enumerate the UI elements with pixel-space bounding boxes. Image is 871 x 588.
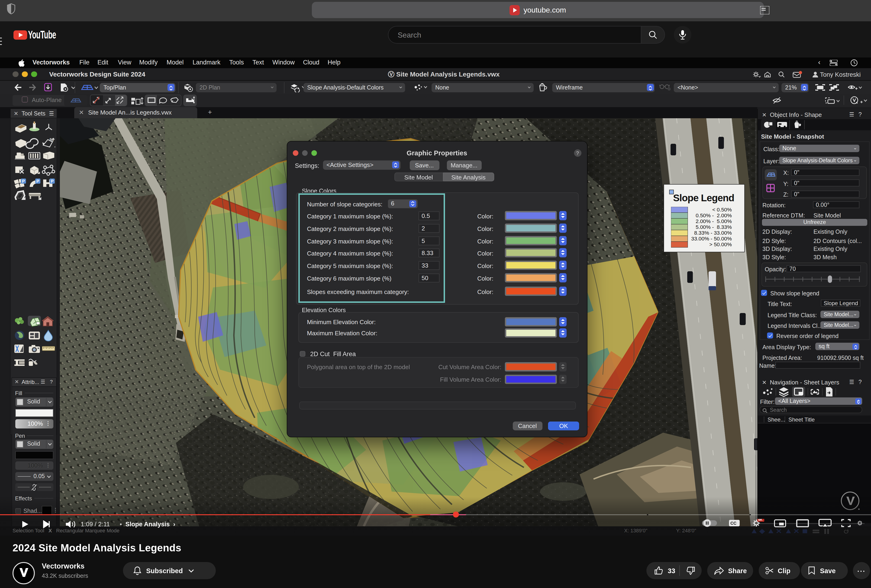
svg-text:5.00% - 8.33%: 5.00% - 8.33% [695,224,732,230]
svg-text:P: P [51,179,53,184]
svg-text:0.50% - 2.00%: 0.50% - 2.00% [695,212,732,218]
svg-text:Tony Kostreski: Tony Kostreski [820,71,861,78]
svg-text:33.00% - 50.00%: 33.00% - 50.00% [691,235,732,241]
svg-text:4K: 4K [758,519,762,521]
svg-text:P: P [36,179,39,184]
svg-text:YouTube: YouTube [28,30,56,40]
svg-text:8.33% - 33.00%: 8.33% - 33.00% [694,230,732,236]
svg-text:%: % [49,137,54,142]
svg-text:< 0.50%: < 0.50% [712,207,732,212]
svg-text:2.00% - 5.00%: 2.00% - 5.00% [695,218,732,224]
svg-text:P: P [22,179,25,184]
svg-text:> 50.00%: > 50.00% [709,241,732,247]
svg-text:CC: CC [730,521,736,525]
